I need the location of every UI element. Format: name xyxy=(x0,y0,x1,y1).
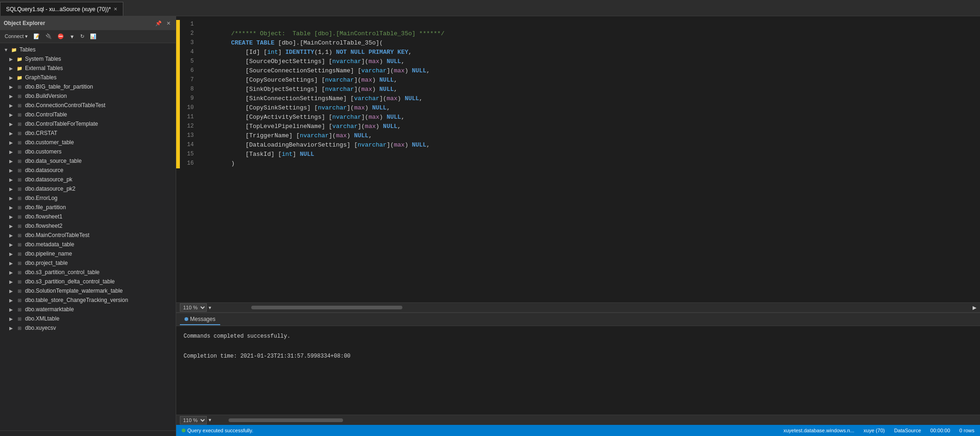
table-icon: ⊞ xyxy=(16,306,23,313)
tree-table-item[interactable]: ▶ ⊞ dbo.flowsheet1 xyxy=(0,212,176,221)
tree-table-item[interactable]: ▶ ⊞ dbo.customer_table xyxy=(0,138,176,147)
tree-table-item[interactable]: ▶ ⊞ dbo.ControlTableForTemplate xyxy=(0,119,176,128)
table-icon: ⊞ xyxy=(16,111,23,118)
line-number: 7 xyxy=(180,76,198,84)
tree-table-item[interactable]: ▶ ⊞ dbo.customers xyxy=(0,147,176,156)
activity-monitor-icon[interactable]: 📊 xyxy=(88,32,98,40)
tree-external-tables[interactable]: ▶ 📁 External Tables xyxy=(0,64,176,73)
expand-icon: ▶ xyxy=(9,307,16,312)
zoom-select-2[interactable]: 110 % 100 % xyxy=(180,416,207,424)
expand-icon: ▶ xyxy=(9,261,16,266)
success-dot xyxy=(182,429,185,432)
tree-table-item[interactable]: ▶ ⊞ dbo.data_source_table xyxy=(0,156,176,166)
editor-line: 10 [CopySinkSettings] [nvarchar](max) NU… xyxy=(176,103,980,113)
tree-table-item[interactable]: ▶ ⊞ dbo.flowsheet2 xyxy=(0,221,176,231)
tree-tables-folder[interactable]: ▼ 📁 Tables xyxy=(0,45,176,54)
disconnect-icon[interactable]: ⛔ xyxy=(56,32,66,40)
editor-line: 5 [SourceObjectSettings] [nvarchar](max)… xyxy=(176,57,980,66)
message-line-1: Commands completed successfully. xyxy=(184,332,973,342)
tree-table-item[interactable]: ▶ ⊞ dbo.metadata_table xyxy=(0,240,176,249)
line-number: 3 xyxy=(180,38,198,47)
tree-graph-tables[interactable]: ▶ 📁 GraphTables xyxy=(0,73,176,82)
tree-table-item[interactable]: ▶ ⊞ dbo.file_partition xyxy=(0,203,176,212)
line-content: CREATE TABLE [dbo].[MainControlTable_35o… xyxy=(198,38,980,48)
table-icon: ⊞ xyxy=(16,324,23,332)
tab-sqlquery[interactable]: SQLQuery1.sql - xu...aSource (xuye (70))… xyxy=(0,2,123,16)
tree-table-item[interactable]: ▶ ⊞ dbo.SolutionTemplate_watermark_table xyxy=(0,286,176,295)
zoom-select[interactable]: 110 % 100 % 90 % xyxy=(180,303,207,312)
table-icon: ⊞ xyxy=(16,315,23,322)
oe-hscroll[interactable] xyxy=(0,430,176,436)
tree-table-item[interactable]: ▶ ⊞ dbo.datasource_pk2 xyxy=(0,184,176,193)
tree-table-item[interactable]: ▶ ⊞ dbo.datasource_pk xyxy=(0,175,176,184)
tree-table-item[interactable]: ▶ ⊞ dbo.pipeline_name xyxy=(0,249,176,258)
line-number: 11 xyxy=(180,113,198,121)
folder-icon: 📁 xyxy=(16,74,23,81)
expand-icon: ▶ xyxy=(9,279,16,284)
tree-table-item[interactable]: ▶ ⊞ dbo.MainControlTableTest xyxy=(0,231,176,240)
tree-table-item[interactable]: ▶ ⊞ dbo.s3_partition_delta_control_table xyxy=(0,277,176,286)
tree-table-item[interactable]: ▶ ⊞ dbo.BuildVersion xyxy=(0,91,176,101)
tree-table-item[interactable]: ▶ ⊞ dbo.CRSTAT xyxy=(0,128,176,138)
table-item-label: dbo.watermarktable xyxy=(25,306,74,313)
status-right: xuyetest.database.windows.n... xuye (70)… xyxy=(783,428,974,433)
tree-table-item[interactable]: ▶ ⊞ dbo.ControlTable xyxy=(0,110,176,119)
line-content: [Id] [int] IDENTITY(1,1) NOT NULL PRIMAR… xyxy=(198,48,980,57)
table-item-label: dbo.s3_partition_control_table xyxy=(25,269,100,276)
oe-toolbar: Connect ▾ 📝 🔌 ⛔ ▼ ↻ 📊 xyxy=(0,30,176,43)
line-marker xyxy=(176,113,180,122)
line-number: 6 xyxy=(180,66,198,75)
tree-table-item[interactable]: ▶ ⊞ dbo.XMLtable xyxy=(0,314,176,323)
expand-icon: ▶ xyxy=(9,242,16,247)
filter-icon[interactable]: ▼ xyxy=(68,33,76,40)
status-database: DataSource xyxy=(894,428,921,433)
status-time: 00:00:00 xyxy=(930,428,950,433)
object-explorer-panel: Object Explorer 📌 ✕ Connect ▾ 📝 🔌 ⛔ ▼ ↻ … xyxy=(0,16,176,436)
tab-label: SQLQuery1.sql - xu...aSource (xuye (70))… xyxy=(6,6,111,13)
line-content: [TopLevelPipelineName] [varchar](max) NU… xyxy=(198,122,980,131)
connect-icon[interactable]: 🔌 xyxy=(44,32,54,40)
sql-editor[interactable]: 1 2 /****** Object: Table [dbo].[MainCon… xyxy=(176,16,980,302)
line-marker xyxy=(176,57,180,66)
table-item-label: dbo.ConnectionControlTableTest xyxy=(25,102,105,109)
line-number: 10 xyxy=(180,103,198,112)
close-icon[interactable]: ✕ xyxy=(114,6,117,12)
tab-messages[interactable]: Messages xyxy=(180,314,220,325)
tree-table-item[interactable]: ▶ ⊞ dbo.BIG_table_for_partition xyxy=(0,82,176,91)
tree-system-tables[interactable]: ▶ 📁 System Tables xyxy=(0,54,176,64)
zoom-arrow[interactable]: ▾ xyxy=(209,305,211,311)
table-item-label: dbo.customer_table xyxy=(25,139,74,146)
new-query-icon[interactable]: 📝 xyxy=(32,32,42,40)
table-item-label: dbo.MainControlTableTest xyxy=(25,232,89,238)
table-icon: ⊞ xyxy=(16,129,23,137)
line-content: [SinkConnectionSettingsName] [varchar](m… xyxy=(198,94,980,103)
expand-icon: ▼ xyxy=(4,47,10,52)
refresh-icon[interactable]: ↻ xyxy=(78,32,86,40)
tree-table-item[interactable]: ▶ ⊞ dbo.ErrorLog xyxy=(0,193,176,203)
table-item-label: dbo.xuyecsv xyxy=(25,325,56,331)
table-icon: ⊞ xyxy=(16,287,23,295)
pin-icon[interactable]: 📌 xyxy=(154,20,163,27)
line-number: 15 xyxy=(180,150,198,158)
tab-bar: SQLQuery1.sql - xu...aSource (xuye (70))… xyxy=(0,0,980,16)
table-icon: ⊞ xyxy=(16,241,23,248)
tree-table-item[interactable]: ▶ ⊞ dbo.s3_partition_control_table xyxy=(0,268,176,277)
connect-button[interactable]: Connect ▾ xyxy=(3,32,30,40)
table-icon: ⊞ xyxy=(16,250,23,257)
tree-table-item[interactable]: ▶ ⊞ dbo.project_table xyxy=(0,258,176,268)
scroll-right-arrow[interactable]: ▶ xyxy=(973,305,976,311)
tree-table-item[interactable]: ▶ ⊞ dbo.table_store_ChangeTracking_versi… xyxy=(0,295,176,305)
editor-line: 1 xyxy=(176,20,980,29)
object-explorer-title: Object Explorer xyxy=(4,20,45,26)
zoom-arrow-2[interactable]: ▾ xyxy=(209,417,211,423)
line-marker xyxy=(176,131,180,141)
table-icon: ⊞ xyxy=(16,231,23,239)
tree-table-item[interactable]: ▶ ⊞ dbo.xuyecsv xyxy=(0,323,176,333)
line-marker xyxy=(176,122,180,131)
tree-table-item[interactable]: ▶ ⊞ dbo.ConnectionControlTableTest xyxy=(0,101,176,110)
tree-table-item[interactable]: ▶ ⊞ dbo.datasource xyxy=(0,166,176,175)
expand-icon: ▶ xyxy=(9,214,16,219)
line-marker xyxy=(176,20,180,29)
close-oe-icon[interactable]: ✕ xyxy=(165,20,172,27)
tree-table-item[interactable]: ▶ ⊞ dbo.watermarktable xyxy=(0,305,176,314)
